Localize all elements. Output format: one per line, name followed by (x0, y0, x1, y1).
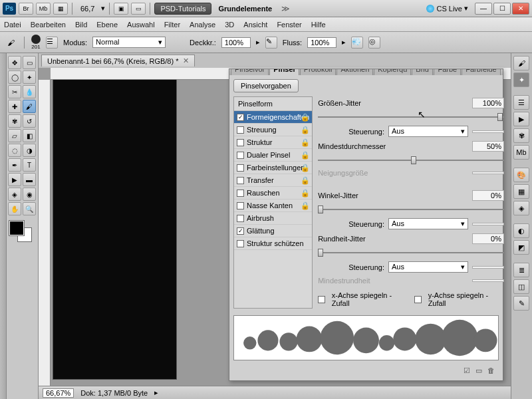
lock-icon[interactable]: 🔒 (301, 164, 310, 172)
menu-bearbeiten[interactable]: Bearbeiten (31, 21, 66, 29)
checkbox-icon[interactable] (237, 202, 244, 209)
move-tool[interactable]: ✥ (8, 56, 21, 69)
brush-option-nasse-kanten[interactable]: Nasse Kanten🔒 (234, 200, 312, 212)
tab-pinselvorgaben[interactable]: Pinselvor (231, 69, 269, 75)
dock-minibridge-icon[interactable]: Mb (513, 145, 529, 160)
brush-option-dualer-pinsel[interactable]: Dualer Pinsel🔒 (234, 149, 312, 162)
brush-option-formeigenschaften[interactable]: ✓Formeigenschaften🔒 (234, 111, 312, 124)
checkbox-icon[interactable] (237, 240, 244, 247)
lock-icon[interactable]: 🔒 (301, 138, 310, 147)
brush-option-airbrush[interactable]: Airbrush (234, 212, 312, 225)
bridge-icon[interactable]: Br (19, 3, 33, 15)
type-tool[interactable]: T (23, 158, 36, 172)
tab-farbe[interactable]: Farbe (434, 69, 461, 75)
maximize-button[interactable]: ☐ (493, 3, 511, 15)
angle-control-select[interactable]: Aus▾ (388, 218, 468, 229)
dock-paths-icon[interactable]: ✎ (513, 296, 529, 311)
min-diameter-slider[interactable] (318, 156, 504, 165)
close-button[interactable]: ✕ (512, 3, 529, 15)
tab-aktionen[interactable]: Aktionen (336, 69, 373, 75)
chevron-right-icon[interactable]: ≫ (279, 4, 293, 13)
3d-camera-tool[interactable]: ◉ (23, 188, 36, 201)
history-brush-tool[interactable]: ↺ (23, 114, 36, 128)
menu-ebene[interactable]: Ebene (96, 21, 118, 29)
menu-bild[interactable]: Bild (75, 21, 87, 29)
document-tab[interactable]: Unbenannt-1 bei 66,7% (Kreis, RGB/8) * ✕ (41, 55, 195, 66)
dock-clone-icon[interactable]: ✾ (513, 128, 529, 143)
psd-tutorials-button[interactable]: PSD-Tutorials (154, 3, 211, 15)
brush-option-rauschen[interactable]: Rauschen🔒 (234, 187, 312, 200)
gradient-tool[interactable]: ◧ (23, 129, 36, 142)
brush-option-farbeinstellungen[interactable]: Farbeinstellungen🔒 (234, 162, 312, 174)
screen-mode-icon[interactable]: ▭ (131, 3, 146, 15)
menu-filter[interactable]: Filter (164, 21, 180, 29)
brush-tip-shape[interactable]: Pinselform (234, 97, 312, 111)
foreground-color-swatch[interactable] (9, 221, 24, 235)
size-control-select[interactable]: Aus▾ (388, 126, 468, 137)
pen-tool[interactable]: ✒ (8, 158, 21, 172)
wand-tool[interactable]: ✦ (23, 70, 36, 84)
menu-ansicht[interactable]: Ansicht (243, 21, 267, 29)
cs-live-button[interactable]: CS Live▾ (426, 4, 468, 13)
dock-brushpresets-icon[interactable]: ✦ (513, 72, 529, 87)
dock-layers-icon[interactable]: ≣ (513, 263, 529, 277)
zoom-level[interactable]: 66,7 (76, 4, 98, 13)
dock-adjustments-icon[interactable]: ◐ (513, 223, 529, 238)
lasso-tool[interactable]: ◯ (8, 70, 21, 84)
status-zoom[interactable]: 66,67% (43, 388, 74, 398)
healing-tool[interactable]: ✚ (8, 100, 21, 113)
workspace-switcher[interactable]: Grundelemente (214, 3, 276, 14)
angle-jitter-value[interactable]: 0% (472, 190, 504, 201)
tab-pinsel[interactable]: Pinsel (269, 69, 299, 75)
new-brush-icon[interactable]: ▭ (475, 366, 482, 375)
blur-tool[interactable]: ◌ (8, 144, 21, 157)
roundness-jitter-slider[interactable] (318, 248, 504, 257)
brush-panel-toggle-icon[interactable]: ☰ (46, 37, 58, 49)
delete-brush-icon[interactable]: 🗑 (487, 366, 495, 374)
lock-icon[interactable]: 🔒 (301, 201, 310, 210)
flip-x-checkbox[interactable] (318, 296, 325, 303)
left-dock-strip[interactable] (0, 53, 7, 399)
flow-input[interactable]: 100% (307, 37, 336, 48)
size-jitter-value[interactable]: 100% (472, 98, 504, 108)
stamp-tool[interactable]: ✾ (8, 114, 21, 128)
brush-option-struktur[interactable]: Struktur🔒 (234, 136, 312, 149)
dock-color-icon[interactable]: 🎨 (513, 168, 529, 182)
crop-tool[interactable]: ✂ (8, 85, 21, 98)
dock-brush-icon[interactable]: 🖌 (513, 56, 529, 70)
canvas[interactable] (53, 80, 176, 379)
view-extras-icon[interactable]: ▦ (53, 3, 68, 15)
brush-preview-dot[interactable] (31, 35, 41, 44)
lock-icon[interactable]: 🔒 (301, 113, 310, 122)
dodge-tool[interactable]: ◑ (23, 144, 36, 157)
menu-3d[interactable]: 3D (225, 21, 234, 29)
eraser-tool[interactable]: ▱ (8, 129, 21, 142)
hand-tool[interactable]: ✋ (8, 202, 21, 215)
lock-icon[interactable]: 🔒 (301, 176, 310, 185)
dock-masks-icon[interactable]: ◩ (513, 240, 529, 255)
brush-option-transfer[interactable]: Transfer🔒 (234, 174, 312, 187)
checkbox-icon[interactable]: ✓ (237, 227, 244, 235)
tab-kopierquelle[interactable]: Kopierqu (374, 69, 411, 75)
roundness-control-select[interactable]: Aus▾ (388, 261, 468, 273)
brush-tool[interactable]: 🖌 (23, 100, 36, 113)
tab-farbfelder[interactable]: Farbfelde (462, 69, 500, 75)
roundness-jitter-value[interactable]: 0% (472, 233, 504, 244)
brush-option-struktur-schützen[interactable]: Struktur schützen (234, 237, 312, 250)
min-diameter-value[interactable]: 50% (472, 141, 504, 152)
lock-icon[interactable]: 🔒 (301, 126, 310, 134)
checkbox-icon[interactable] (237, 177, 244, 184)
3d-tool[interactable]: ◈ (8, 188, 21, 201)
checkbox-icon[interactable] (237, 126, 244, 134)
tab-minibridge[interactable]: Mini Brid (412, 69, 433, 75)
tab-protokoll[interactable]: Protokoll (300, 69, 336, 75)
eyedropper-tool[interactable]: 💧 (23, 85, 36, 98)
checkbox-icon[interactable] (237, 215, 244, 222)
tab-close-icon[interactable]: ✕ (183, 57, 189, 65)
menu-datei[interactable]: Datei (4, 21, 21, 29)
checkbox-icon[interactable] (237, 152, 244, 159)
zoom-tool[interactable]: 🔍 (23, 202, 36, 215)
marquee-tool[interactable]: ▭ (23, 56, 36, 69)
dock-styles-icon[interactable]: ◈ (513, 201, 529, 215)
minimize-button[interactable]: — (475, 3, 492, 15)
